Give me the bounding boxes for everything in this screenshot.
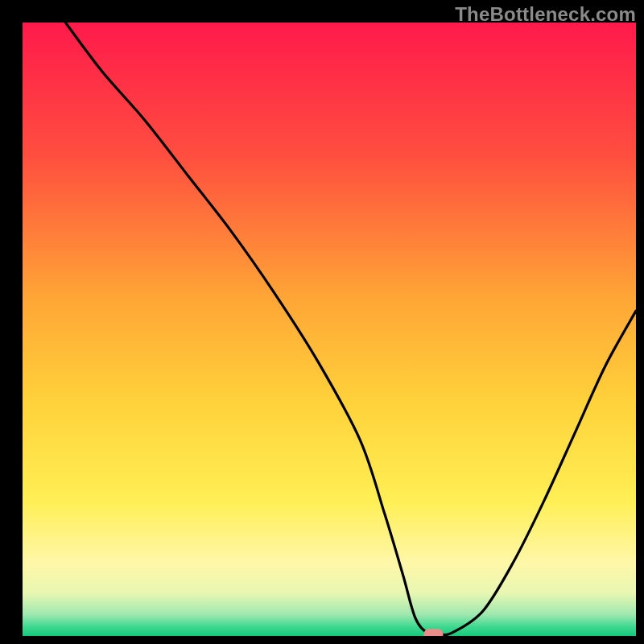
bottleneck-chart	[0, 0, 644, 644]
watermark-label: TheBottleneck.com	[455, 3, 636, 26]
plot-background	[23, 23, 636, 636]
chart-frame: TheBottleneck.com	[0, 0, 644, 644]
optimum-marker	[424, 629, 444, 639]
